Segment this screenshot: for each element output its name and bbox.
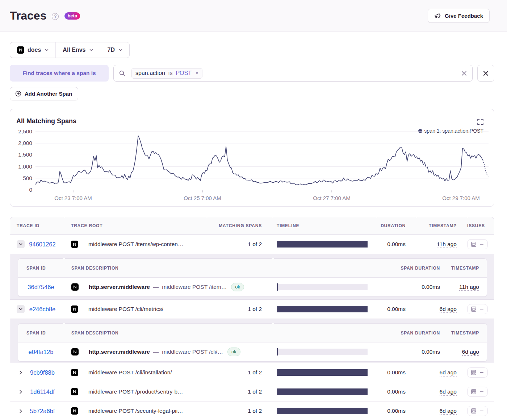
col-trace-root[interactable]: Trace Root [67, 223, 203, 228]
issues-badge[interactable] [467, 304, 488, 314]
spans-sub-table: Span ID Span Description Span Duration T… [18, 323, 487, 362]
column-resize-notch [62, 217, 66, 219]
trace-timestamp[interactable]: 11h ago [437, 241, 457, 248]
span-operation: http.server.middleware [89, 284, 150, 290]
trace-timestamp[interactable]: 6d ago [440, 306, 457, 313]
nextjs-logo-icon [17, 46, 24, 54]
col-span-timestamp[interactable]: Timestamp [446, 330, 487, 336]
traces-table-header: Trace ID Trace Root Matching Spans Timel… [10, 217, 494, 235]
traces-table: Trace ID Trace Root Matching Spans Timel… [10, 217, 494, 420]
trace-id-link[interactable]: 5b72a6bf [26, 408, 59, 415]
megaphone-icon [434, 12, 441, 19]
add-another-span-label: Add Another Span [25, 91, 72, 97]
issues-badge[interactable] [467, 367, 488, 378]
trace-timeline-bar[interactable] [277, 241, 368, 248]
trace-timeline-bar[interactable] [277, 306, 368, 312]
span-id-link[interactable]: e04fa12b [25, 349, 57, 355]
col-span-description[interactable]: Span Description [67, 330, 268, 336]
col-span-id[interactable]: Span ID [18, 330, 67, 336]
trace-timeline-bar[interactable] [277, 408, 368, 414]
nextjs-logo-icon [71, 407, 78, 415]
span-search-input[interactable]: span.action is POST × [113, 65, 473, 82]
trace-timestamp[interactable]: 6d ago [440, 408, 457, 415]
col-trace-id[interactable]: Trace ID [10, 223, 67, 228]
issues-icon [471, 241, 477, 247]
span-id-link[interactable]: 36d7546e [25, 284, 57, 291]
svg-text:0: 0 [29, 187, 32, 193]
remove-span-query-button[interactable] [477, 65, 494, 82]
trace-row: 1d6114df middleware POST /product/sentry… [10, 382, 494, 402]
spans-sub-table-header: Span ID Span Description Span Duration T… [18, 259, 487, 278]
collapse-trace-icon[interactable] [17, 305, 25, 313]
trace-timeline-bar[interactable] [277, 388, 368, 395]
date-range-selector[interactable]: 7D [100, 42, 129, 58]
issues-icon [471, 408, 477, 414]
trace-root-text: middleware POST /product/sentry-b… [88, 388, 183, 395]
page-filter-bar: docs All Envs 7D [10, 42, 130, 58]
project-selector-value: docs [28, 47, 41, 53]
add-another-span-button[interactable]: Add Another Span [10, 87, 78, 100]
svg-text:1,500: 1,500 [18, 151, 32, 158]
span-timeline-bar[interactable] [277, 284, 368, 290]
matching-spans-count: 1 of 2 [203, 241, 268, 248]
span-timeline-bar[interactable] [277, 349, 368, 355]
span-timestamp[interactable]: 11h ago [459, 284, 479, 291]
col-matching-spans[interactable]: Matching Spans [203, 223, 268, 228]
col-timeline[interactable]: Timeline [268, 223, 372, 228]
svg-text:2,500: 2,500 [18, 128, 32, 134]
span-timeline-tick [277, 348, 278, 355]
col-issues[interactable]: Issues [462, 223, 494, 228]
page-header: Traces ? beta Give Feedback [0, 0, 507, 32]
help-icon[interactable]: ? [52, 13, 59, 20]
nextjs-logo-icon [71, 348, 79, 355]
environment-selector[interactable]: All Envs [55, 42, 100, 58]
expand-trace-icon[interactable] [17, 369, 25, 377]
svg-text:1,000: 1,000 [18, 163, 32, 170]
column-resize-notch [271, 217, 275, 219]
chevron-down-icon [119, 48, 122, 52]
trace-id-link[interactable]: 9cb9f88b [26, 369, 59, 376]
issues-badge[interactable] [467, 406, 488, 416]
span-status-badge: ok [227, 348, 240, 356]
trace-id-link[interactable]: 94601262 [26, 241, 59, 248]
span-timestamp[interactable]: 6d ago [462, 349, 479, 356]
col-span-duration[interactable]: Span Duration [372, 330, 446, 336]
issues-icon [471, 306, 477, 312]
search-filter-token[interactable]: span.action is POST × [131, 68, 202, 79]
expand-trace-icon[interactable] [17, 388, 25, 396]
spans-sub-table-header: Span ID Span Description Span Duration T… [18, 324, 487, 342]
nextjs-logo-icon [71, 388, 78, 395]
matching-spans-count: 1 of 2 [203, 306, 268, 312]
give-feedback-button[interactable]: Give Feedback [428, 9, 490, 23]
span-description-text: middleware POST /cli/… [162, 349, 223, 355]
col-duration[interactable]: Duration [372, 223, 411, 228]
col-span-description[interactable]: Span Description [67, 266, 268, 271]
trace-root-text: middleware POST /security-legal-pii… [88, 408, 183, 414]
expand-trace-icon[interactable] [17, 407, 25, 415]
trace-id-link[interactable]: 1d6114df [26, 388, 59, 395]
col-span-duration[interactable]: Span Duration [372, 266, 446, 271]
trace-timestamp[interactable]: 6d ago [440, 388, 457, 396]
beta-badge: beta [64, 12, 80, 20]
spans-sub-table: Span ID Span Description Span Duration T… [18, 258, 487, 297]
matching-spans-count: 1 of 2 [203, 408, 268, 414]
search-clear-icon[interactable] [461, 70, 467, 76]
trace-timestamp[interactable]: 6d ago [440, 369, 457, 377]
token-remove-icon[interactable]: × [196, 70, 198, 76]
col-span-timestamp[interactable]: Timestamp [446, 266, 487, 271]
svg-text:500: 500 [23, 175, 32, 181]
project-selector[interactable]: docs [10, 42, 55, 58]
plus-circle-icon [15, 91, 21, 97]
col-span-id[interactable]: Span ID [18, 266, 67, 271]
col-timestamp[interactable]: Timestamp [411, 223, 462, 228]
trace-duration: 0.00ms [372, 241, 411, 248]
issues-badge[interactable] [467, 239, 488, 249]
trace-id-link[interactable]: e246cb8e [26, 306, 59, 313]
trace-duration: 0.00ms [372, 388, 411, 395]
collapse-trace-icon[interactable] [17, 240, 25, 248]
issues-badge[interactable] [467, 387, 488, 397]
column-resize-notch [465, 217, 469, 219]
trace-timeline-bar[interactable] [277, 369, 368, 376]
trace-duration: 0.00ms [372, 408, 411, 414]
span-status-badge: ok [231, 283, 244, 291]
